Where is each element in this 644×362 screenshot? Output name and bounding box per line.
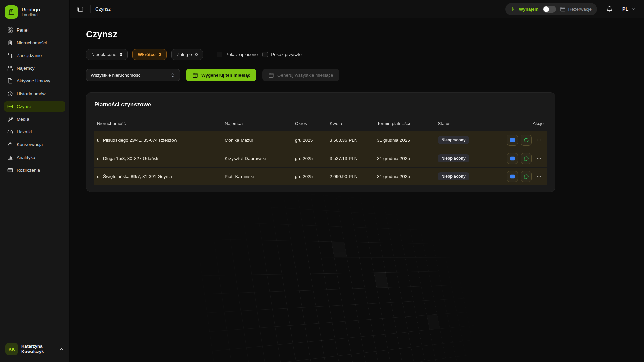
cell-due-date: 31 grudnia 2025: [377, 174, 438, 179]
main: Czynsz Nieopłacone 3 Wkrótce 3 Zaległe 0: [70, 18, 644, 362]
panel-left-icon: [77, 6, 84, 12]
wrench-icon: [7, 116, 13, 122]
col-property: Nieruchomość: [97, 121, 225, 126]
sidebar-item-panel[interactable]: Panel: [4, 25, 65, 35]
cell-status: Nieopłacony: [438, 154, 497, 162]
user-menu[interactable]: KK Katarzyna Kowalczyk: [4, 341, 65, 357]
gauge-icon: [7, 129, 13, 135]
cell-actions: [498, 171, 544, 182]
sidebar-item-billing[interactable]: Rozliczenia: [4, 165, 65, 175]
chat-icon: [523, 174, 529, 179]
sidebar-item-label: Zarządzanie: [17, 53, 42, 58]
cell-status: Nieopłacony: [438, 136, 497, 144]
col-due-date: Termin płatności: [377, 121, 438, 126]
cell-amount: 3 563.36 PLN: [330, 138, 377, 143]
send-email-button[interactable]: [507, 135, 518, 146]
row-more-button[interactable]: [534, 171, 544, 182]
background-grid-decoration: [189, 185, 543, 362]
topbar: Czynsz Wynajem Rezerwacje: [70, 0, 644, 18]
credit-card-icon: [7, 167, 13, 173]
status-badge: Nieopłacony: [438, 136, 469, 144]
sidebar-item-rent[interactable]: Czynsz: [4, 101, 65, 112]
send-email-button[interactable]: [507, 153, 518, 164]
sidebar-item-meters[interactable]: Liczniki: [4, 127, 65, 137]
sidebar-item-label: Najemcy: [17, 66, 35, 71]
send-message-button[interactable]: [521, 153, 532, 164]
banknote-icon: [7, 104, 13, 109]
sidebar-item-active-contracts[interactable]: Aktywne Umowy: [4, 76, 65, 86]
user-name: Katarzyna Kowalczyk: [21, 344, 56, 355]
hard-hat-icon: [7, 142, 13, 147]
cell-actions: [498, 153, 544, 164]
app-window: Rentigo Landlord Panel Nieruchomości Zar…: [0, 0, 644, 362]
sidebar-item-label: Rozliczenia: [17, 168, 40, 173]
generate-all-months-button[interactable]: Generuj wszystkie miesiące: [262, 69, 339, 81]
sidebar-item-label: Aktywne Umowy: [17, 78, 50, 83]
table-row: ul. Świętojańska 89/7, 81-391 Gdynia Pio…: [94, 168, 547, 185]
sidebar-toggle-button[interactable]: [75, 4, 86, 14]
send-email-button[interactable]: [507, 171, 518, 182]
sidebar-item-tenants[interactable]: Najemcy: [4, 63, 65, 73]
sidebar-item-label: Media: [17, 117, 29, 122]
cell-property: ul. Długa 15/3, 80-827 Gdańsk: [97, 156, 225, 161]
send-message-button[interactable]: [521, 135, 532, 146]
topbar-right: Wynajem Rezerwacje PL: [505, 3, 636, 15]
cell-amount: 2 090.90 PLN: [330, 174, 377, 179]
sidebar-item-properties[interactable]: Nieruchomości: [4, 38, 65, 48]
notifications-button[interactable]: [604, 4, 615, 14]
checkbox-show-paid[interactable]: Pokaż opłacone: [217, 52, 258, 57]
sidebar-item-analytics[interactable]: Analityka: [4, 152, 65, 163]
mode-toggle: Wynajem Rezerwacje: [505, 3, 597, 15]
cell-property: ul. Świętojańska 89/7, 81-391 Gdynia: [97, 174, 225, 179]
chip-count: 3: [120, 52, 122, 57]
cell-period: gru 2025: [295, 138, 330, 143]
property-filter-select[interactable]: Wszystkie nieruchomości: [86, 69, 180, 81]
checkbox-show-future[interactable]: Pokaż przyszłe: [262, 52, 302, 57]
sidebar-item-contract-history[interactable]: Historia umów: [4, 88, 65, 99]
checkbox-box: [217, 52, 222, 57]
bell-icon: [606, 6, 613, 12]
calendar-plus-icon: [192, 72, 198, 78]
mode-reservations[interactable]: Rezerwacje: [560, 6, 592, 12]
filter-chip-upcoming[interactable]: Wkrótce 3: [132, 49, 167, 60]
sidebar-nav: Panel Nieruchomości Zarządzanie Najemcy …: [4, 25, 65, 175]
mail-icon: [509, 156, 515, 161]
workflow-icon: [7, 53, 13, 58]
sidebar: Rentigo Landlord Panel Nieruchomości Zar…: [0, 0, 70, 362]
bar-chart-icon: [7, 155, 13, 160]
document-icon: [7, 78, 13, 84]
building-icon: [511, 6, 516, 12]
row-more-button[interactable]: [534, 153, 544, 164]
language-selector[interactable]: PL: [622, 6, 636, 12]
cell-tenant: Monika Mazur: [225, 138, 295, 143]
controls-row: Wszystkie nieruchomości Wygeneruj ten mi…: [86, 69, 628, 81]
cell-due-date: 31 grudnia 2025: [377, 138, 438, 143]
card-title: Płatności czynszowe: [94, 101, 547, 108]
sidebar-item-label: Analityka: [17, 155, 35, 160]
calendar-icon: [268, 72, 274, 78]
sidebar-item-label: Nieruchomości: [17, 40, 47, 45]
filter-chip-unpaid[interactable]: Nieopłacone 3: [86, 49, 128, 60]
col-amount: Kwota: [330, 121, 377, 126]
mail-icon: [509, 174, 515, 179]
generate-month-button[interactable]: Wygeneruj ten miesiąc: [186, 69, 256, 81]
send-message-button[interactable]: [521, 171, 532, 182]
page-title: Czynsz: [86, 29, 628, 40]
filter-divider: [210, 50, 210, 59]
sidebar-item-utilities[interactable]: Media: [4, 114, 65, 124]
brand-logo-icon: [5, 5, 18, 19]
sidebar-item-management[interactable]: Zarządzanie: [4, 50, 65, 61]
sidebar-item-label: Historia umów: [17, 91, 46, 96]
table-row: ul. Długa 15/3, 80-827 Gdańsk Krzysztof …: [94, 149, 547, 167]
cell-property: ul. Piłsudskiego 23/41, 35-074 Rzeszów: [97, 138, 225, 143]
more-horizontal-icon: [536, 155, 542, 161]
checkbox-box: [262, 52, 268, 57]
rent-payments-card: Płatności czynszowe Nieruchomość Najemca…: [86, 92, 555, 192]
row-more-button[interactable]: [534, 135, 544, 146]
sidebar-item-label: Panel: [17, 27, 29, 33]
mode-switch[interactable]: [543, 6, 556, 13]
chat-icon: [523, 156, 529, 161]
mode-rental[interactable]: Wynajem: [511, 6, 539, 12]
filter-chip-overdue[interactable]: Zaległe 0: [171, 49, 203, 60]
sidebar-item-maintenance[interactable]: Konserwacja: [4, 139, 65, 150]
